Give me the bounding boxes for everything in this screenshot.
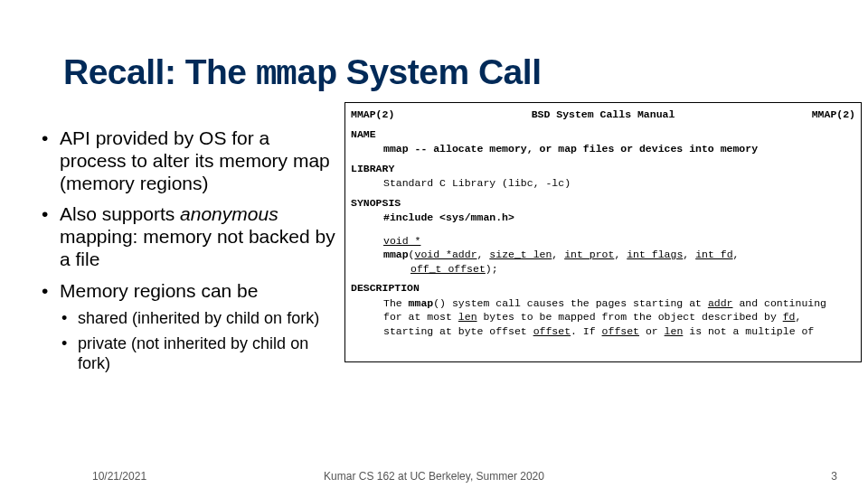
section-name: NAME: [351, 127, 855, 142]
section-library: LIBRARY: [351, 162, 855, 176]
bullet-1: API provided by OS for a process to alte…: [40, 127, 340, 194]
library-line: Standard C Library (libc, -lc): [383, 176, 855, 191]
desc-line-1: The mmap() system call causes the pages …: [383, 296, 855, 311]
syn-a2: size_t len: [489, 249, 552, 260]
bullet-2-em: anonymous: [180, 203, 278, 224]
manpage-header-center: BSD System Calls Manual: [532, 108, 675, 122]
slide-title: Recall: The mmap System Call: [63, 52, 541, 95]
manpage-header: MMAP(2) BSD System Calls Manual MMAP(2): [351, 108, 855, 122]
synopsis-signature: mmap(void *addr, size_t len, int prot, i…: [383, 248, 855, 262]
desc-line-2: for at most len bytes to be mapped from …: [383, 310, 855, 324]
sub-bullet-2: private (not inherited by child on fork): [60, 334, 340, 373]
bullet-3-text: Memory regions can be: [60, 280, 258, 301]
syn-a5: int fd: [695, 249, 732, 260]
synopsis-return-type: void *: [383, 235, 420, 247]
bullet-2-post: mapping: memory not backed by a file: [60, 226, 335, 269]
bullet-3: Memory regions can be shared (inherited …: [40, 280, 340, 374]
section-description: DESCRIPTION: [351, 281, 855, 296]
bullet-2-pre: Also supports: [60, 203, 180, 224]
sub-bullet-1: shared (inherited by child on fork): [60, 309, 340, 329]
title-code: mmap: [256, 55, 337, 95]
name-line-text: mmap -- allocate memory, or map files or…: [383, 143, 758, 155]
footer-center: Kumar CS 162 at UC Berkeley, Summer 2020: [0, 470, 868, 483]
bullet-1-text: API provided by OS for a process to alte…: [60, 127, 330, 193]
bullet-2: Also supports anonymous mapping: memory …: [40, 203, 340, 270]
footer-page-number: 3: [831, 470, 837, 483]
title-suffix: System Call: [337, 52, 542, 91]
manpage-header-right: MMAP(2): [812, 108, 855, 122]
syn-fn: mmap: [383, 249, 409, 260]
synopsis-include: #include <sys/mman.h>: [383, 211, 855, 225]
bullet-column: API provided by OS for a process to alte…: [40, 127, 340, 382]
syn-a4: int flags: [627, 249, 683, 260]
desc-line-3: starting at byte offset offset. If offse…: [383, 324, 855, 339]
synopsis-return: void *: [383, 234, 855, 249]
title-prefix: Recall: The: [63, 52, 256, 91]
syn-a6: off_t offset: [410, 263, 486, 275]
syn-a1: void *addr: [415, 249, 477, 260]
section-synopsis: SYNOPSIS: [351, 196, 855, 211]
synopsis-include-text: #include <sys/mman.h>: [383, 211, 514, 223]
syn-a3: int prot: [564, 249, 614, 260]
name-line: mmap -- allocate memory, or map files or…: [383, 142, 855, 156]
manpage-header-left: MMAP(2): [351, 108, 394, 122]
manpage-panel: MMAP(2) BSD System Calls Manual MMAP(2) …: [344, 102, 862, 362]
synopsis-signature-2: off_t offset);: [410, 262, 855, 277]
